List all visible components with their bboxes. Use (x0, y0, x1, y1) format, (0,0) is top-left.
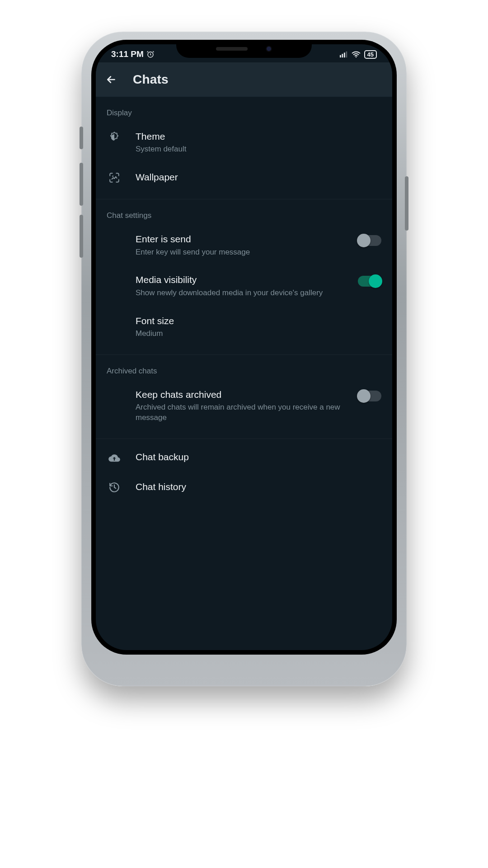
row-media-visibility[interactable]: Media visibility Show newly downloaded m… (96, 265, 392, 306)
cellular-icon (340, 51, 348, 58)
enter-is-send-toggle[interactable] (358, 235, 381, 246)
page-title: Chats (133, 72, 169, 87)
keep-archived-label: Keep chats archived (136, 388, 344, 401)
section-chat-settings-heading: Chat settings (96, 211, 392, 225)
row-theme[interactable]: Theme System default (96, 122, 392, 163)
font-size-value: Medium (136, 329, 381, 339)
volume-down-button (80, 215, 83, 258)
power-button (405, 176, 408, 231)
media-visibility-label: Media visibility (136, 274, 344, 286)
status-time: 3:11 PM (111, 49, 144, 59)
section-footer: Chat backup Chat history (96, 439, 392, 509)
chat-history-label: Chat history (136, 481, 381, 493)
wallpaper-icon (107, 172, 122, 184)
wallpaper-label: Wallpaper (136, 171, 381, 183)
volume-up-button (80, 163, 83, 206)
section-archived-heading: Archived chats (96, 367, 392, 380)
settings-content[interactable]: Display Theme System default (96, 97, 392, 527)
brightness-icon (107, 131, 122, 144)
chat-backup-label: Chat backup (136, 451, 381, 463)
keep-archived-desc: Archived chats will remain archived when… (136, 402, 344, 423)
keep-archived-toggle[interactable] (358, 391, 381, 401)
row-enter-is-send[interactable]: Enter is send Enter key will send your m… (96, 225, 392, 265)
alarm-icon (146, 50, 155, 58)
back-button[interactable] (105, 73, 117, 86)
row-font-size[interactable]: Font size Medium (96, 307, 392, 347)
svg-rect-4 (346, 52, 347, 58)
speaker-grille (216, 47, 248, 51)
svg-point-6 (112, 176, 113, 177)
wifi-icon (352, 51, 361, 58)
section-chat-settings: Chat settings Enter is send Enter key wi… (96, 199, 392, 355)
row-chat-backup[interactable]: Chat backup (96, 443, 392, 472)
phone-bezel: 3:11 PM (91, 40, 397, 655)
battery-level: 45 (367, 52, 374, 57)
status-right: 45 (340, 50, 377, 59)
section-display-heading: Display (96, 108, 392, 122)
svg-point-5 (355, 57, 356, 57)
row-keep-archived[interactable]: Keep chats archived Archived chats will … (96, 380, 392, 431)
mute-switch (80, 127, 83, 149)
section-display: Display Theme System default (96, 97, 392, 199)
media-visibility-toggle[interactable] (358, 276, 381, 287)
app-header: Chats (96, 62, 392, 97)
row-wallpaper[interactable]: Wallpaper (96, 163, 392, 192)
status-left: 3:11 PM (111, 49, 155, 59)
svg-rect-3 (344, 52, 345, 57)
screen: 3:11 PM (96, 44, 392, 650)
history-icon (107, 481, 122, 493)
section-archived: Archived chats Keep chats archived Archi… (96, 355, 392, 439)
media-visibility-desc: Show newly downloaded media in your devi… (136, 288, 344, 298)
enter-is-send-label: Enter is send (136, 233, 344, 245)
theme-value: System default (136, 144, 381, 155)
cloud-upload-icon (107, 452, 122, 464)
font-size-label: Font size (136, 315, 381, 327)
svg-rect-2 (342, 54, 343, 57)
phone-notch (176, 40, 312, 58)
enter-is-send-desc: Enter key will send your message (136, 247, 344, 258)
phone-frame: 3:11 PM (81, 32, 407, 686)
front-camera (266, 46, 272, 52)
theme-label: Theme (136, 130, 381, 142)
battery-indicator: 45 (364, 50, 377, 59)
svg-rect-1 (340, 55, 341, 57)
row-chat-history[interactable]: Chat history (96, 472, 392, 501)
